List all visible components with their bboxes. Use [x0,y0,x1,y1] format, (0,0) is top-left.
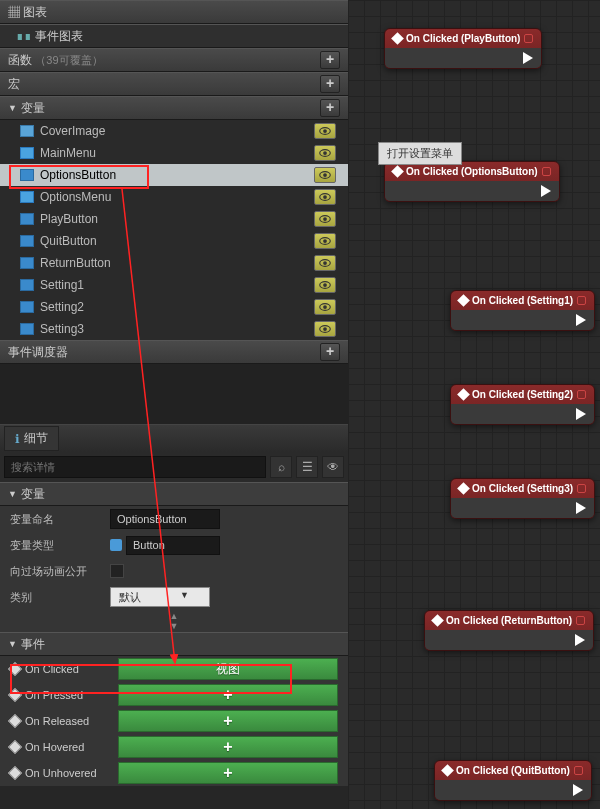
section-variables[interactable]: ▼变量+ [0,96,348,120]
variable-item[interactable]: PlayButton [0,208,348,230]
variable-item[interactable]: OptionsMenu [0,186,348,208]
add-dispatcher-button[interactable]: + [320,343,340,361]
svg-point-9 [323,217,327,221]
event-node[interactable]: On Clicked (OptionsButton) [384,161,560,202]
exec-pin[interactable] [575,634,585,646]
visibility-toggle[interactable] [314,123,336,139]
event-diamond-icon [8,766,22,780]
exec-pin[interactable] [523,52,533,64]
exec-pin[interactable] [541,185,551,197]
event-diamond-icon [8,662,22,676]
event-node[interactable]: On Clicked (Setting3) [450,478,595,519]
event-bind-button[interactable]: 视图 [118,658,338,680]
variable-item[interactable]: QuitButton [0,230,348,252]
details-tab-bar: ℹ细节 [0,424,348,452]
variable-type-icon [20,125,34,137]
variable-type-select[interactable]: Button [126,536,220,555]
info-icon: ℹ [15,432,20,446]
svg-point-7 [323,195,327,199]
event-row: On Unhovered+ [0,760,348,786]
section-graph[interactable]: ▦ 图表 [0,0,348,24]
section-macros[interactable]: 宏+ [0,72,348,96]
variables-list: CoverImageMainMenuOptionsButtonOptionsMe… [0,120,348,340]
node-pin-icon [577,390,586,399]
expand-handle[interactable]: ▲▼ [0,610,348,632]
variable-name-input[interactable] [110,509,220,529]
section-events[interactable]: ▼事件 [0,632,348,656]
list-view-icon[interactable]: ☰ [296,456,318,478]
svg-point-15 [323,283,327,287]
variable-name: Setting3 [40,322,84,336]
search-input[interactable] [4,456,266,478]
event-node-title: On Clicked (Setting1) [472,295,573,306]
variable-name: ReturnButton [40,256,111,270]
event-node[interactable]: On Clicked (QuitButton) [434,760,592,801]
variable-type-icon [20,257,34,269]
event-node[interactable]: On Clicked (ReturnButton) [424,610,594,651]
add-function-button[interactable]: + [320,51,340,69]
expose-checkbox[interactable] [110,564,124,578]
section-dispatchers[interactable]: 事件调度器+ [0,340,348,364]
variable-item[interactable]: OptionsButton [0,164,348,186]
prop-type-row: 变量类型Button [0,532,348,558]
event-node-icon [391,165,404,178]
event-bind-button[interactable]: + [118,736,338,758]
svg-point-11 [323,239,327,243]
variable-item[interactable]: MainMenu [0,142,348,164]
event-label: On Hovered [25,741,84,753]
visibility-toggle[interactable] [314,277,336,293]
variable-item[interactable]: CoverImage [0,120,348,142]
visibility-toggle[interactable] [314,211,336,227]
section-eventgraph[interactable]: ∎∎ 事件图表 [0,24,348,48]
variable-item[interactable]: ReturnButton [0,252,348,274]
visibility-toggle[interactable] [314,233,336,249]
visibility-toggle[interactable] [314,145,336,161]
variable-item[interactable]: Setting2 [0,296,348,318]
visibility-toggle[interactable] [314,167,336,183]
event-bind-button[interactable]: + [118,684,338,706]
exec-pin[interactable] [573,784,583,796]
add-macro-button[interactable]: + [320,75,340,93]
prop-expose-row: 向过场动画公开 [0,558,348,584]
variable-type-icon [20,213,34,225]
variable-name: OptionsButton [40,168,116,182]
event-label: On Clicked [25,663,79,675]
variable-name: MainMenu [40,146,96,160]
variable-name: CoverImage [40,124,105,138]
node-pin-icon [577,296,586,305]
variable-type-icon [20,323,34,335]
event-diamond-icon [8,714,22,728]
variable-item[interactable]: Setting1 [0,274,348,296]
svg-point-17 [323,305,327,309]
eye-icon[interactable]: 👁 [322,456,344,478]
exec-pin[interactable] [576,502,586,514]
search-icon[interactable]: ⌕ [270,456,292,478]
section-functions[interactable]: 函数 （39可覆盖）+ [0,48,348,72]
visibility-toggle[interactable] [314,321,336,337]
variable-item[interactable]: Setting3 [0,318,348,340]
visibility-toggle[interactable] [314,255,336,271]
event-bind-button[interactable]: + [118,762,338,784]
variable-name: PlayButton [40,212,98,226]
event-bind-button[interactable]: + [118,710,338,732]
exec-pin[interactable] [576,408,586,420]
event-node[interactable]: On Clicked (Setting1) [450,290,595,331]
event-diamond-icon [8,688,22,702]
details-tab[interactable]: ℹ细节 [4,426,59,451]
visibility-toggle[interactable] [314,189,336,205]
event-node-icon [457,482,470,495]
event-diamond-icon [8,740,22,754]
exec-pin[interactable] [576,314,586,326]
category-select[interactable]: 默认 ▼ [110,587,210,607]
event-label: On Released [25,715,89,727]
visibility-toggle[interactable] [314,299,336,315]
event-node-title: On Clicked (QuitButton) [456,765,570,776]
add-variable-button[interactable]: + [320,99,340,117]
event-node-title: On Clicked (ReturnButton) [446,615,572,626]
chevron-down-icon: ▼ [8,103,17,113]
svg-point-3 [323,151,327,155]
event-node[interactable]: On Clicked (Setting2) [450,384,595,425]
event-node[interactable]: On Clicked (PlayButton) [384,28,542,69]
section-var-details[interactable]: ▼变量 [0,482,348,506]
svg-point-1 [323,129,327,133]
